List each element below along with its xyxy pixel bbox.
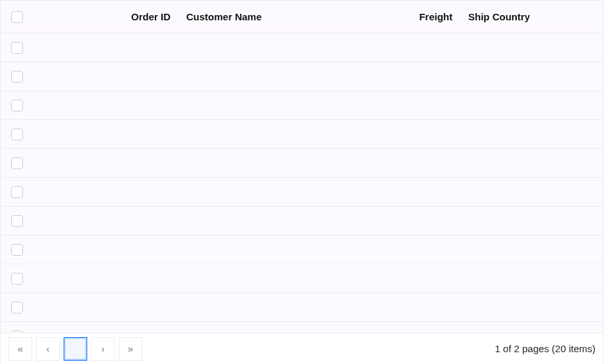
row-checkbox[interactable] (11, 244, 23, 256)
table-row[interactable] (1, 264, 603, 293)
row-checkbox-cell (1, 42, 37, 54)
grid-body[interactable] (1, 33, 603, 333)
table-row[interactable] (1, 62, 603, 91)
row-checkbox[interactable] (11, 302, 23, 313)
select-all-checkbox[interactable] (11, 11, 23, 23)
pager-last-button[interactable]: » (119, 337, 142, 361)
row-checkbox[interactable] (11, 71, 23, 83)
row-checkbox[interactable] (11, 100, 23, 111)
table-row[interactable] (1, 293, 603, 322)
table-row[interactable] (1, 178, 603, 207)
header-freight[interactable]: Freight (395, 11, 460, 22)
row-checkbox[interactable] (11, 273, 23, 285)
row-checkbox[interactable] (11, 215, 23, 227)
row-checkbox[interactable] (11, 186, 23, 198)
table-row[interactable] (1, 120, 603, 149)
row-checkbox-cell (1, 273, 37, 285)
data-grid: Order ID Customer Name Freight Ship Coun… (0, 0, 604, 364)
pager-prev-button[interactable]: ‹ (36, 337, 60, 361)
header-ship-country[interactable]: Ship Country (460, 11, 603, 22)
pager-status: 1 of 2 pages (20 items) (495, 343, 595, 354)
pager-first-button[interactable]: « (9, 337, 32, 361)
pager-page-1[interactable] (64, 337, 87, 361)
pager: « ‹ › » 1 of 2 pages (20 items) (1, 333, 603, 364)
table-row[interactable] (1, 235, 603, 264)
header-order-id[interactable]: Order ID (37, 11, 178, 22)
row-checkbox[interactable] (11, 42, 23, 54)
row-checkbox-cell (1, 157, 37, 169)
header-checkbox-cell (1, 11, 37, 23)
table-row[interactable] (1, 91, 603, 120)
row-checkbox-cell (1, 215, 37, 227)
row-checkbox-cell (1, 244, 37, 256)
table-row[interactable] (1, 33, 603, 62)
header-row: Order ID Customer Name Freight Ship Coun… (1, 1, 603, 33)
row-checkbox[interactable] (11, 129, 23, 140)
table-row[interactable] (1, 322, 603, 333)
row-checkbox-cell (1, 186, 37, 198)
table-row[interactable] (1, 149, 603, 178)
header-customer-name[interactable]: Customer Name (178, 11, 395, 22)
row-checkbox-cell (1, 129, 37, 140)
table-row[interactable] (1, 207, 603, 235)
pager-next-button[interactable]: › (91, 337, 115, 361)
row-checkbox-cell (1, 100, 37, 111)
row-checkbox-cell (1, 302, 37, 313)
row-checkbox[interactable] (11, 157, 23, 169)
row-checkbox-cell (1, 71, 37, 83)
